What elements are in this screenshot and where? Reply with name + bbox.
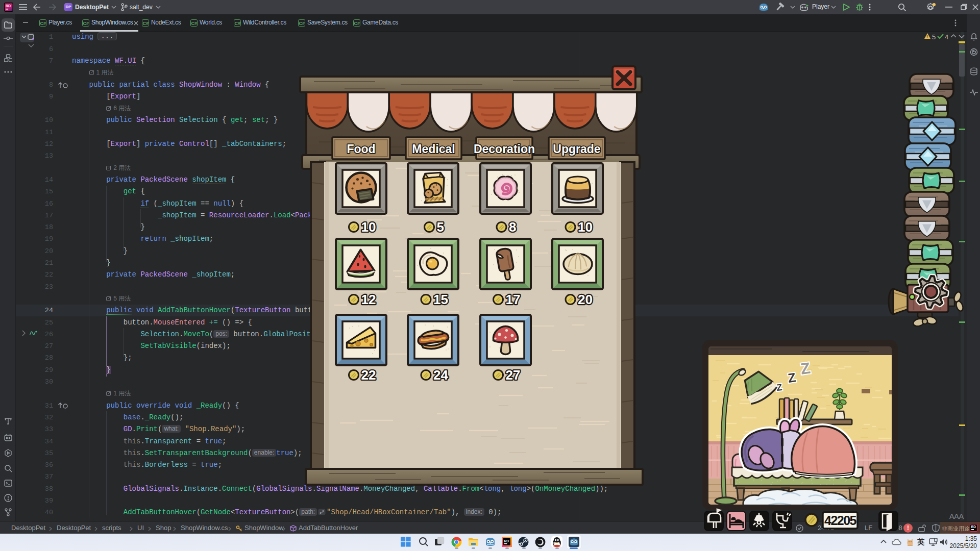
svg-text:Medical: Medical xyxy=(412,142,455,156)
svg-text:12: 12 xyxy=(361,292,376,307)
svg-text:RD: RD xyxy=(504,539,509,543)
svg-text:15: 15 xyxy=(433,292,448,307)
svg-text:Upgrade: Upgrade xyxy=(553,142,600,156)
svg-text:42205: 42205 xyxy=(824,513,857,528)
svg-text:Z: Z xyxy=(776,382,782,393)
svg-text:C#: C# xyxy=(40,21,46,26)
svg-text:20: 20 xyxy=(578,292,593,307)
svg-text:C#: C# xyxy=(191,21,198,26)
svg-text:RD: RD xyxy=(6,4,11,8)
svg-text:C#: C# xyxy=(299,21,305,26)
svg-text:!: ! xyxy=(926,34,928,39)
svg-text:4: 4 xyxy=(945,33,948,41)
svg-text:Decoration: Decoration xyxy=(474,142,535,156)
svg-text:C#: C# xyxy=(235,21,241,26)
svg-text:5: 5 xyxy=(932,33,936,41)
svg-text:Food: Food xyxy=(347,142,375,156)
svg-text:27: 27 xyxy=(506,367,521,383)
svg-text:8: 8 xyxy=(509,219,516,235)
svg-text:24: 24 xyxy=(433,367,448,383)
svg-text:17: 17 xyxy=(506,292,521,307)
svg-text:C#: C# xyxy=(83,21,89,26)
svg-text:10: 10 xyxy=(578,219,593,235)
svg-text:C#: C# xyxy=(354,21,360,26)
svg-text:22: 22 xyxy=(361,367,376,383)
svg-text:5: 5 xyxy=(437,219,444,235)
svg-text:10: 10 xyxy=(361,219,376,235)
svg-text:C#: C# xyxy=(143,21,149,26)
